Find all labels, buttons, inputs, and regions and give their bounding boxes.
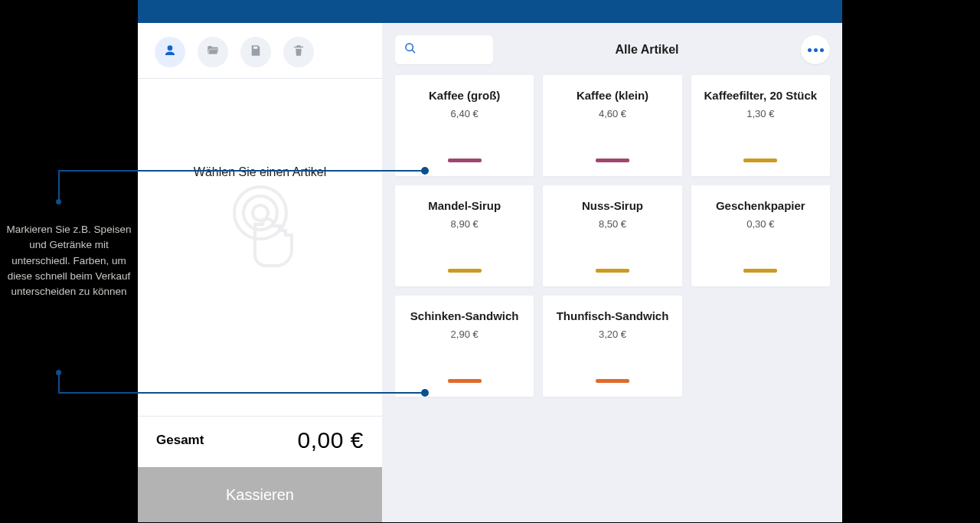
- cart-toolbar: [138, 23, 382, 79]
- svg-line-4: [412, 50, 415, 53]
- catalog-panel: Alle Artikel Kaffee (groß)6,40 €Kaffee (…: [383, 23, 842, 522]
- tile-name: Nuss-Sirup: [550, 199, 674, 212]
- tile-color-bar: [448, 379, 482, 383]
- catalog-header: Alle Artikel: [395, 35, 830, 64]
- tile-price: 4,60 €: [599, 108, 626, 119]
- save-icon: [249, 44, 263, 60]
- tile-price: 1,30 €: [746, 108, 774, 119]
- catalog-grid: Kaffee (groß)6,40 €Kaffee (klein)4,60 €K…: [395, 75, 830, 397]
- catalog-tile[interactable]: Kaffeefilter, 20 Stück1,30 €: [691, 75, 830, 176]
- tile-price: 8,50 €: [599, 218, 626, 230]
- save-button[interactable]: [240, 37, 271, 67]
- folder-icon: [206, 44, 220, 60]
- tile-name: Geschenkpapier: [699, 199, 822, 212]
- pos-app-window: Wählen Sie einen Artikel Gesamt 0,00 € K…: [138, 0, 842, 522]
- tile-price: 0,30 €: [746, 218, 774, 230]
- connector-dot-top: [56, 199, 61, 204]
- customer-button[interactable]: [155, 37, 185, 67]
- tile-color-bar: [743, 159, 777, 162]
- cart-total-row: Gesamt 0,00 €: [138, 416, 382, 467]
- open-button[interactable]: [198, 37, 228, 67]
- person-icon: [163, 44, 177, 60]
- svg-point-3: [406, 44, 413, 51]
- cart-total-amount: 0,00 €: [298, 427, 364, 453]
- cart-panel: Wählen Sie einen Artikel Gesamt 0,00 € K…: [138, 23, 383, 522]
- tile-color-bar: [596, 159, 629, 162]
- connector-segment: [58, 170, 424, 172]
- connector-endpoint-icon: [421, 389, 429, 397]
- tile-name: Kaffee (klein): [550, 89, 674, 102]
- checkout-button[interactable]: Kassieren: [138, 467, 382, 522]
- touch-illustration-icon: [214, 182, 306, 312]
- catalog-tile[interactable]: Geschenkpapier0,30 €: [691, 185, 830, 286]
- catalog-tile[interactable]: Kaffee (groß)6,40 €: [395, 75, 534, 176]
- tile-color-bar: [596, 269, 629, 273]
- search-input[interactable]: [395, 35, 493, 64]
- catalog-tile[interactable]: Mandel-Sirup8,90 €: [395, 185, 534, 286]
- window-titlebar: [138, 0, 842, 23]
- tile-price: 8,90 €: [451, 218, 479, 230]
- delete-button[interactable]: [283, 37, 314, 67]
- cart-empty-prompt: Wählen Sie einen Artikel: [138, 165, 382, 179]
- tile-color-bar: [743, 269, 777, 273]
- trash-icon: [292, 44, 305, 60]
- cart-empty-state: Wählen Sie einen Artikel: [138, 79, 382, 416]
- search-icon: [404, 42, 416, 57]
- tile-price: 3,20 €: [599, 329, 626, 340]
- dots-icon: [814, 48, 818, 52]
- catalog-tile[interactable]: Thunfisch-Sandwich3,20 €: [543, 296, 681, 397]
- tile-color-bar: [596, 379, 629, 383]
- connector-dot-bottom: [56, 370, 61, 375]
- tile-color-bar: [448, 159, 482, 162]
- tile-name: Thunfisch-Sandwich: [550, 309, 674, 322]
- catalog-title: Alle Artikel: [502, 43, 792, 57]
- more-button[interactable]: [801, 35, 830, 64]
- tile-name: Kaffee (groß): [403, 89, 526, 102]
- tile-price: 6,40 €: [451, 108, 479, 119]
- catalog-tile[interactable]: Nuss-Sirup8,50 €: [543, 185, 681, 286]
- connector-segment: [58, 392, 424, 394]
- tile-name: Schinken-Sandwich: [403, 309, 526, 322]
- connector-endpoint-icon: [421, 167, 429, 175]
- dots-icon: [808, 48, 812, 52]
- dots-icon: [820, 48, 824, 52]
- annotation-text: Markieren Sie z.B. Speisen und Getränke …: [7, 224, 132, 297]
- tile-name: Kaffeefilter, 20 Stück: [699, 89, 822, 102]
- tile-color-bar: [448, 269, 482, 273]
- checkout-button-label: Kassieren: [226, 486, 294, 504]
- connector-segment: [58, 171, 60, 201]
- tile-name: Mandel-Sirup: [403, 199, 526, 212]
- annotation-callout: Markieren Sie z.B. Speisen und Getränke …: [0, 199, 138, 299]
- cart-total-label: Gesamt: [156, 433, 204, 448]
- catalog-tile[interactable]: Kaffee (klein)4,60 €: [543, 75, 681, 176]
- catalog-tile[interactable]: Schinken-Sandwich2,90 €: [395, 296, 534, 397]
- tile-price: 2,90 €: [451, 329, 479, 340]
